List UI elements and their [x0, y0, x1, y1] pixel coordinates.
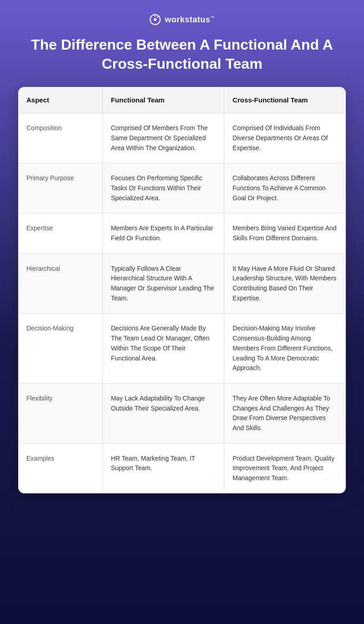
svg-line-3 — [157, 16, 159, 18]
cell-cross-functional: Product Development Team, Quality Improv… — [224, 443, 346, 493]
cell-aspect: Flexibility — [18, 383, 102, 443]
svg-point-1 — [154, 18, 157, 21]
cell-functional: HR Team, Marketing Team, IT Support Team… — [102, 443, 224, 493]
cell-cross-functional: They Are Often More Adaptable To Changes… — [224, 383, 346, 443]
logo-name: workstatus™ — [165, 15, 215, 25]
cell-functional: Decisions Are Generally Made By The Team… — [102, 314, 224, 383]
cell-aspect: Composition — [18, 113, 102, 163]
cell-aspect: Primary Purpose — [18, 163, 102, 213]
cell-cross-functional: It May Have A More Fluid Or Shared Leade… — [224, 254, 346, 314]
cell-functional: May Lack Adaptability To Change Outside … — [102, 383, 224, 443]
cell-aspect: Decision-Making — [18, 314, 102, 383]
cell-aspect: Expertise — [18, 213, 102, 254]
cell-functional: Focuses On Performing Specific Tasks Or … — [102, 163, 224, 213]
cell-functional: Typically Follows A Clear Hierarchical S… — [102, 254, 224, 314]
header-cross-functional: Cross-Functional Team — [224, 87, 346, 113]
table-row: HierarchicalTypically Follows A Clear Hi… — [18, 254, 346, 314]
cell-cross-functional: Decision-Making May Involve Consensus-Bu… — [224, 314, 346, 383]
cell-cross-functional: Collaborates Across Different Functions … — [224, 163, 346, 213]
main-title: The Difference Between A Functional And … — [27, 36, 337, 73]
cell-functional: Members Are Experts In A Particular Fiel… — [102, 213, 224, 254]
cell-cross-functional: Comprised Of Individuals From Diverse De… — [224, 113, 346, 163]
cell-aspect: Hierarchical — [18, 254, 102, 314]
table-row: ExpertiseMembers Are Experts In A Partic… — [18, 213, 346, 254]
table-header-row: Aspect Functional Team Cross-Functional … — [18, 87, 346, 113]
table-row: Decision-MakingDecisions Are Generally M… — [18, 314, 346, 383]
cell-cross-functional: Members Bring Varied Expertise And Skill… — [224, 213, 346, 254]
table-row: FlexibilityMay Lack Adaptability To Chan… — [18, 383, 346, 443]
cell-aspect: Examples — [18, 443, 102, 493]
table-row: CompositionComprised Of Members From The… — [18, 113, 346, 163]
comparison-table-card: Aspect Functional Team Cross-Functional … — [18, 87, 346, 493]
table-row: ExamplesHR Team, Marketing Team, IT Supp… — [18, 443, 346, 493]
logo-bar: workstatus™ — [149, 14, 215, 25]
comparison-table: Aspect Functional Team Cross-Functional … — [18, 87, 346, 493]
cell-functional: Comprised Of Members From The Same Depar… — [102, 113, 224, 163]
workstatus-icon — [149, 14, 161, 25]
table-row: Primary PurposeFocuses On Performing Spe… — [18, 163, 346, 213]
header-aspect: Aspect — [18, 87, 102, 113]
header-functional: Functional Team — [102, 87, 224, 113]
